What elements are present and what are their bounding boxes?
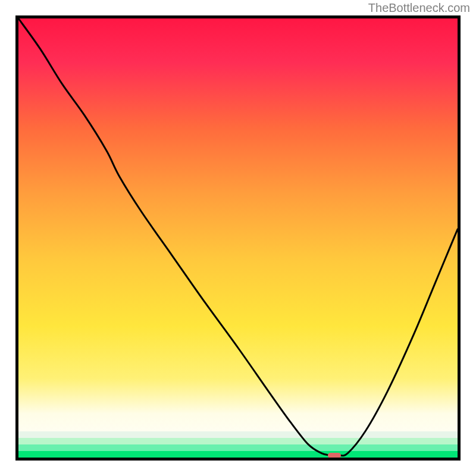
chart-container: TheBottleneck.com [0,0,476,476]
watermark-text: TheBottleneck.com [368,1,470,15]
chart-frame [15,15,461,461]
